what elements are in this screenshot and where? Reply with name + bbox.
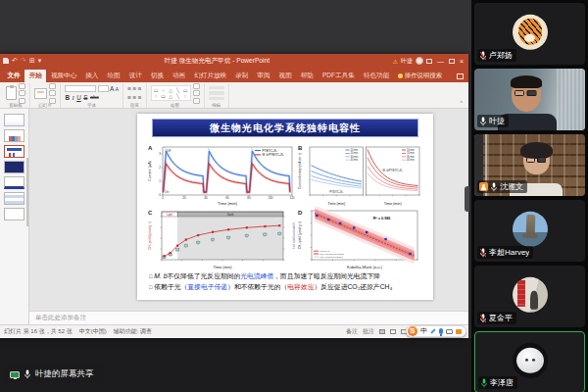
drawing-group: ▭○△╲▭ ○▭△╲○ 绘图 (147, 83, 205, 108)
slide-bullets: □M. b不仅降低了光反应期间的光电流峰值，而且加速了暗反应期间光电流下降□依赖… (137, 271, 433, 292)
participant-tile[interactable]: 沈雁文 (474, 134, 585, 196)
slide-title: 微生物光电化学系统独特电容性 (152, 119, 418, 137)
sogou-logo-icon[interactable]: S (408, 326, 417, 336)
group-label: 字体 (61, 103, 122, 108)
indent-button[interactable]: ≡ (138, 85, 142, 92)
font-name-select[interactable] (65, 85, 96, 92)
ribbon-tab[interactable]: 审阅 (253, 70, 274, 83)
close-button[interactable]: × (458, 58, 466, 65)
share-window-icon[interactable] (457, 74, 464, 79)
panel-collapse-handle[interactable] (465, 186, 469, 212)
svg-text:D: D (298, 210, 303, 216)
numbering-button[interactable]: ≡ (132, 85, 136, 92)
paste-button[interactable] (6, 86, 17, 100)
reset-button[interactable] (49, 90, 56, 96)
ribbon-display-button[interactable] (426, 59, 432, 64)
ribbon-tab[interactable]: 插入 (81, 70, 103, 83)
participant-tile[interactable]: 李超Harvey (474, 200, 585, 262)
arrange-button[interactable] (193, 83, 200, 89)
ribbon-tab[interactable]: 文件 (3, 70, 24, 83)
ribbon-tab[interactable]: 帮助 (296, 70, 318, 83)
notes-pane[interactable]: 单击此处添加备注 (29, 311, 468, 324)
accessibility-status[interactable]: 辅助功能: 调查 (114, 327, 152, 336)
ribbon-tab[interactable]: PDF工具集 (318, 70, 359, 83)
tell-me-search[interactable]: 操作说明搜索 (398, 72, 442, 82)
new-slide-button[interactable] (34, 88, 47, 99)
language-indicator[interactable]: 中文(中国) (79, 327, 107, 336)
ribbon-tab[interactable]: 特色功能 (359, 70, 393, 83)
layout-button[interactable] (49, 83, 56, 89)
quick-styles-button[interactable] (193, 90, 200, 96)
svg-text:10 min: 10 min (351, 148, 359, 152)
svg-text:C: C (148, 210, 153, 216)
slide-thumbnail[interactable] (4, 208, 24, 220)
undo-button[interactable]: ↶ (12, 57, 18, 65)
svg-text:20 min: 20 min (351, 151, 359, 155)
soft-keyboard-icon[interactable] (446, 329, 453, 334)
ribbon-tab[interactable]: 视频中心 (46, 70, 80, 83)
chinese-mode-icon[interactable]: 中 (420, 326, 427, 336)
toolbox-icon[interactable] (456, 329, 462, 334)
font-style-button[interactable]: I (72, 94, 74, 101)
participant-tile[interactable]: 夏金平 (474, 266, 585, 327)
align-right-button[interactable]: ≡ (138, 94, 142, 101)
copy-button[interactable] (19, 90, 25, 96)
normal-view-button[interactable] (379, 329, 385, 334)
slide-thumbnail[interactable] (4, 161, 24, 173)
participant-tile[interactable]: 李泽唐 (474, 331, 585, 392)
svg-text:Time (min): Time (min) (384, 202, 403, 206)
participant-tile[interactable]: 卢郑扬 (474, 3, 585, 65)
comments-toggle[interactable]: 批注 (363, 327, 374, 336)
bullets-button[interactable]: ≡ (127, 85, 131, 92)
cut-button[interactable] (19, 83, 25, 89)
slide-thumbnail[interactable] (4, 114, 24, 126)
font-style-button[interactable]: S (83, 94, 88, 101)
start-slideshow-button[interactable]: ⊞ (29, 57, 35, 65)
svg-text:Current (μA): Current (μA) (148, 160, 152, 181)
find-button[interactable] (209, 86, 224, 90)
restore-button[interactable] (449, 59, 455, 64)
ribbon-tab[interactable]: 切换 (146, 70, 168, 83)
svg-text:40: 40 (204, 196, 208, 200)
minimize-button[interactable]: — (435, 58, 446, 65)
save-icon[interactable] (3, 58, 9, 64)
svg-text:CH₄ yield (μmol g⁻¹): CH₄ yield (μmol g⁻¹) (148, 221, 152, 250)
ribbon-tab[interactable]: 开始 (24, 70, 46, 83)
slide-thumbnail[interactable] (4, 145, 24, 158)
replace-button[interactable] (209, 91, 224, 95)
align-left-button[interactable]: ≡ (127, 94, 131, 101)
svg-text:30 min: 30 min (351, 155, 359, 159)
svg-text:Off: Off (167, 149, 171, 153)
select-button[interactable] (209, 97, 224, 101)
redo-button[interactable]: ↷ (21, 57, 26, 65)
account-name[interactable]: 叶捷 (401, 57, 413, 66)
ribbon-tab[interactable]: 录制 (231, 70, 253, 83)
ribbon-tab[interactable]: 绘图 (103, 70, 124, 83)
slide-thumbnail[interactable] (4, 176, 24, 189)
collapse-ribbon-button[interactable]: ^ (456, 100, 466, 108)
shapes-gallery[interactable]: ▭○△╲▭ ○▭△╲○ (151, 85, 191, 102)
slide-thumbnail[interactable] (4, 129, 24, 142)
font-style-button[interactable]: B (65, 94, 71, 101)
shrink-font-button[interactable]: A (116, 86, 119, 92)
grow-font-button[interactable]: A (110, 85, 114, 92)
align-center-button[interactable]: ≡ (132, 94, 136, 101)
screen-share-stage: ↶ ↷ ⊞ ▾ 叶捷 微生物光电产甲烷 - PowerPoint ⚠ 叶捷 — … (0, 0, 471, 392)
group-label: 绘图 (147, 103, 204, 108)
account-avatar[interactable] (416, 57, 423, 65)
handwriting-icon[interactable] (430, 328, 436, 334)
font-style-button[interactable]: U (76, 94, 82, 101)
participant-tile[interactable]: 叶捷 (474, 69, 585, 130)
font-size-select[interactable] (98, 85, 109, 92)
ribbon-tab[interactable]: 幻灯片放映 (190, 70, 231, 83)
voice-input-icon[interactable] (439, 328, 443, 334)
slide[interactable]: 微生物光电化学系统独特电容性 0204060801001200123PTB7/C… (137, 114, 433, 300)
slide-thumbnail[interactable] (4, 192, 24, 205)
notes-toggle[interactable]: 备注 (346, 327, 358, 336)
ribbon-tab[interactable]: 设计 (124, 70, 146, 83)
ribbon-tab[interactable]: 视图 (274, 70, 296, 83)
ribbon-tab[interactable]: 动画 (169, 70, 190, 83)
slide-thumbnail-panel (0, 109, 29, 324)
slide-sorter-view-button[interactable] (390, 329, 396, 334)
font-style-button[interactable]: abc (89, 94, 99, 101)
